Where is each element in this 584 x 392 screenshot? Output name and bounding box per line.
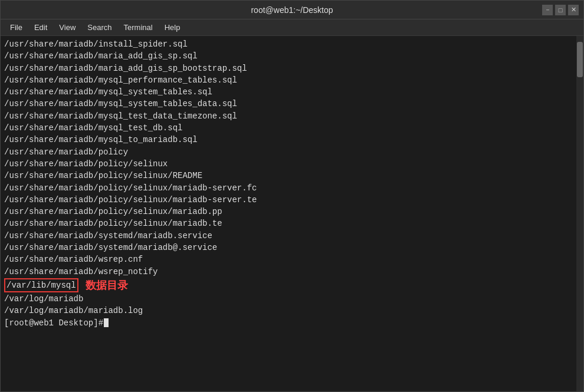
terminal-prompt-line: [root@web1 Desktop]#: [4, 317, 573, 329]
list-item: /usr/share/mariadb/mysql_to_mariadb.sql: [4, 134, 573, 146]
list-item: /var/log/mariadb/mariadb.log: [4, 305, 573, 317]
list-item: /usr/share/mariadb/mysql_test_db.sql: [4, 122, 573, 134]
terminal-output: /usr/share/mariadb/install_spider.sql /u…: [1, 36, 576, 391]
list-item: /usr/share/mariadb/policy/selinux: [4, 158, 573, 170]
list-item: /usr/share/mariadb/policy: [4, 146, 573, 158]
scrollbar-thumb[interactable]: [577, 42, 583, 77]
menu-file[interactable]: File: [5, 21, 27, 34]
highlighted-path: /var/lib/mysql: [4, 278, 78, 292]
list-item: /usr/share/mariadb/policy/selinux/mariad…: [4, 218, 573, 229]
list-item: /usr/share/mariadb/install_spider.sql: [4, 38, 573, 50]
minimize-button[interactable]: －: [542, 5, 553, 15]
terminal-window: root@web1:~/Desktop － □ ✕ File Edit View…: [0, 0, 584, 392]
list-item: /usr/share/mariadb/policy/selinux/mariad…: [4, 182, 573, 194]
menu-bar: File Edit View Search Terminal Help: [1, 19, 583, 36]
list-item: /usr/share/mariadb/policy/selinux/mariad…: [4, 194, 573, 206]
menu-view[interactable]: View: [54, 21, 80, 34]
list-item: /usr/share/mariadb/wsrep.cnf: [4, 253, 573, 265]
menu-edit[interactable]: Edit: [29, 21, 52, 34]
list-item: /usr/share/mariadb/maria_add_gis_sp.sql: [4, 50, 573, 62]
list-item: /var/log/mariadb: [4, 293, 573, 305]
menu-search[interactable]: Search: [83, 21, 116, 34]
list-item: /usr/share/mariadb/wsrep_notify: [4, 266, 573, 278]
terminal-body[interactable]: /usr/share/mariadb/install_spider.sql /u…: [1, 36, 583, 391]
menu-help[interactable]: Help: [160, 21, 185, 34]
scrollbar[interactable]: [576, 36, 583, 391]
terminal-prompt: [root@web1 Desktop]#: [4, 317, 103, 329]
menu-terminal[interactable]: Terminal: [119, 21, 158, 34]
window-controls: － □ ✕: [542, 1, 579, 19]
highlighted-line: /var/lib/mysql 数据目录: [4, 278, 573, 293]
annotation: 数据目录: [86, 278, 128, 293]
list-item: /usr/share/mariadb/systemd/mariadb@.serv…: [4, 242, 573, 253]
list-item: /usr/share/mariadb/mysql_system_tables.s…: [4, 86, 573, 98]
list-item: /usr/share/mariadb/mysql_test_data_timez…: [4, 110, 573, 122]
list-item: /usr/share/mariadb/policy/selinux/mariad…: [4, 206, 573, 218]
list-item: /usr/share/mariadb/systemd/mariadb.servi…: [4, 230, 573, 242]
list-item: /usr/share/mariadb/maria_add_gis_sp_boot…: [4, 62, 573, 74]
maximize-button[interactable]: □: [555, 5, 566, 15]
list-item: /usr/share/mariadb/policy/selinux/README: [4, 170, 573, 182]
close-button[interactable]: ✕: [568, 5, 579, 15]
list-item: /usr/share/mariadb/mysql_performance_tab…: [4, 74, 573, 86]
window-title: root@web1:~/Desktop: [251, 5, 333, 15]
list-item: /usr/share/mariadb/mysql_system_tables_d…: [4, 98, 573, 110]
terminal-cursor: [104, 318, 109, 327]
title-bar: root@web1:~/Desktop － □ ✕: [1, 1, 583, 19]
